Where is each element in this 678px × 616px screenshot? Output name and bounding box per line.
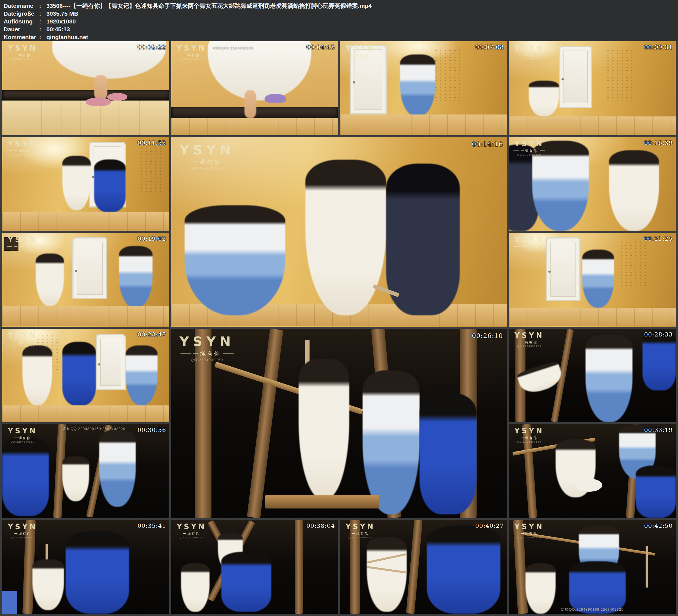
- ysyn-watermark-logo: YSYN一绳有你QQ:2294390169: [514, 427, 545, 443]
- filesize-value: 3035.75 MB: [46, 10, 78, 17]
- ysyn-watermark-logo: YSYN一绳有你QQ:2294390169: [7, 427, 39, 443]
- logo-qq: QQ:2294390169: [176, 536, 208, 539]
- video-frame-thumbnail: YSYN一绳有你QQ:229439016900:09:31: [509, 41, 676, 135]
- duration-value: 00:45:13: [46, 26, 70, 33]
- extra-watermark-text: 定拍QQ:2294390169 2567402320: [561, 607, 624, 612]
- logo-qq: QQ:2294390169: [514, 440, 545, 443]
- floor-shape: [2, 101, 169, 135]
- girl-white-shape: [525, 563, 556, 614]
- video-frame-thumbnail: YSYN一绳有你QQ:229439016900:16:39: [509, 137, 676, 231]
- video-frame-thumbnail: YSYN一绳有你QQ:229439016900:26:10: [171, 329, 507, 518]
- logo-subtitle: 一绳有你: [521, 245, 538, 248]
- off-blue-shape: [427, 526, 500, 614]
- base-shape: [2, 90, 169, 101]
- logo-subtitle: 一绳有你: [521, 53, 538, 57]
- logo-subtitle: 一绳有你: [14, 341, 31, 344]
- floor-shape: [509, 308, 676, 326]
- logo-text: YSYN: [7, 427, 39, 434]
- logo-subtitle: 一绳有你: [352, 53, 369, 57]
- rope-shape: [646, 546, 648, 587]
- timestamp-overlay: 00:28:33: [644, 331, 673, 338]
- socks-shape: [576, 478, 603, 492]
- logo-subtitle: 一绳有你: [183, 53, 200, 57]
- field-label: Auflösung: [4, 17, 39, 26]
- girl-white-shape: [529, 81, 559, 116]
- ysyn-watermark-logo: YSYN一绳有你QQ:2294390169: [344, 523, 376, 539]
- video-frame-thumbnail: YSYN一绳有你QQ:229439016900:38:04: [171, 520, 338, 614]
- girl-white-shape: [367, 537, 407, 612]
- file-info-row: Dauer:00:45:13: [0, 26, 678, 33]
- girl-blue-shape: [363, 370, 420, 514]
- calli-shape: [139, 146, 162, 191]
- logo-qq: QQ:2294390169: [7, 154, 39, 156]
- logo-text: YSYN: [514, 427, 545, 434]
- girl-blue-shape: [126, 345, 157, 406]
- shoe-shape: [265, 94, 286, 103]
- logo-qq: QQ:2294390169: [180, 358, 235, 361]
- girl-blue-shape: [586, 334, 632, 422]
- off-blue-shape: [569, 561, 626, 614]
- file-info-row: Kommentar:qinglanhua.net: [0, 33, 678, 41]
- logo-text: YSYN: [514, 523, 545, 530]
- logo-qq: QQ:2294390169: [514, 345, 545, 348]
- logo-text: YSYN: [7, 44, 39, 52]
- field-label: Kommentar: [4, 33, 39, 41]
- logo-text: YSYN: [514, 236, 545, 243]
- logo-subtitle: 一绳有你: [521, 341, 538, 344]
- logo-text: YSYN: [514, 44, 545, 52]
- video-frame-thumbnail: YSYN一绳有你QQ:229439016900:21:25: [509, 233, 676, 327]
- video-frame-thumbnail: YSYN一绳有你QQ:229439016900:19:02: [2, 233, 169, 327]
- girl-blue-shape: [582, 249, 614, 308]
- calli-shape: [619, 240, 647, 289]
- extra-watermark-text: 4390169 2567402320: [213, 46, 253, 50]
- ysyn-watermark-logo: YSYN一绳有你QQ:2294390169: [7, 236, 39, 252]
- ysyn-watermark-logo: YSYN一绳有你QQ:2294390169: [514, 140, 545, 156]
- logo-subtitle: 一绳有你: [183, 532, 200, 535]
- ysyn-watermark-logo: YSYN一绳有你QQ:2294390169: [176, 523, 208, 539]
- ysyn-watermark-logo: YSYN一绳有你QQ:2294390169: [7, 44, 39, 60]
- logo-subtitle: 一绳有你: [352, 532, 369, 535]
- ysyn-watermark-logo: YSYN一绳有你QQ:2294390169: [7, 523, 39, 539]
- video-frame-thumbnail: YSYN一绳有你QQ:229439016900:35:41: [2, 520, 169, 614]
- logo-text: YSYN: [7, 332, 39, 339]
- ysyn-watermark-logo: YSYN一绳有你QQ:2294390169: [180, 335, 235, 361]
- timestamp-overlay: 00:16:39: [644, 140, 673, 146]
- girl-white-shape: [609, 150, 659, 231]
- pole-shape: [406, 520, 422, 614]
- girl-blue-shape: [99, 430, 136, 506]
- girl-white-shape: [32, 559, 64, 610]
- field-label: Dateigröße: [4, 10, 39, 17]
- timestamp-overlay: 00:04:45: [306, 44, 335, 50]
- logo-subtitle: 一绳有你: [14, 245, 31, 248]
- floor-shape: [171, 118, 338, 135]
- off-blue-shape: [66, 531, 129, 614]
- field-separator: :: [39, 26, 46, 33]
- timestamp-overlay: 00:35:41: [138, 523, 166, 529]
- off-blue-shape: [2, 437, 49, 516]
- ysyn-watermark-logo: YSYN一绳有你QQ:2294390169: [7, 140, 39, 156]
- logo-qq: QQ:2294390169: [7, 345, 39, 348]
- video-frame-thumbnail: YSYN一绳有你QQ:22943901694390169 25674023200…: [171, 41, 338, 135]
- girl-white-shape: [62, 456, 89, 501]
- logo-text: YSYN: [344, 44, 376, 52]
- video-frame-thumbnail: YSYN一绳有你QQ:229439016900:11:53: [2, 137, 169, 231]
- logo-qq: QQ:2294390169: [514, 536, 545, 539]
- field-separator: :: [39, 17, 46, 26]
- floor-shape: [2, 406, 169, 422]
- girl-blue-shape: [185, 205, 286, 315]
- floor-shape: [509, 116, 676, 135]
- calli-shape: [434, 49, 460, 103]
- off-blue-shape: [94, 159, 126, 212]
- floor-shape: [2, 306, 169, 327]
- logo-subtitle: 一绳有你: [14, 53, 31, 57]
- field-label: Dauer: [4, 26, 39, 33]
- logo-qq: QQ:2294390169: [514, 249, 545, 252]
- timestamp-overlay: 00:40:27: [475, 523, 504, 529]
- bench-shape: [265, 495, 379, 509]
- timestamp-overlay: 00:33:19: [644, 427, 673, 433]
- door-shape: [96, 334, 126, 390]
- logo-subtitle: 一绳有你: [521, 532, 538, 535]
- ysyn-watermark-logo: YSYN一绳有你QQ:2294390169: [514, 523, 545, 539]
- floor-shape: [2, 212, 169, 231]
- off-blue-shape: [643, 330, 676, 390]
